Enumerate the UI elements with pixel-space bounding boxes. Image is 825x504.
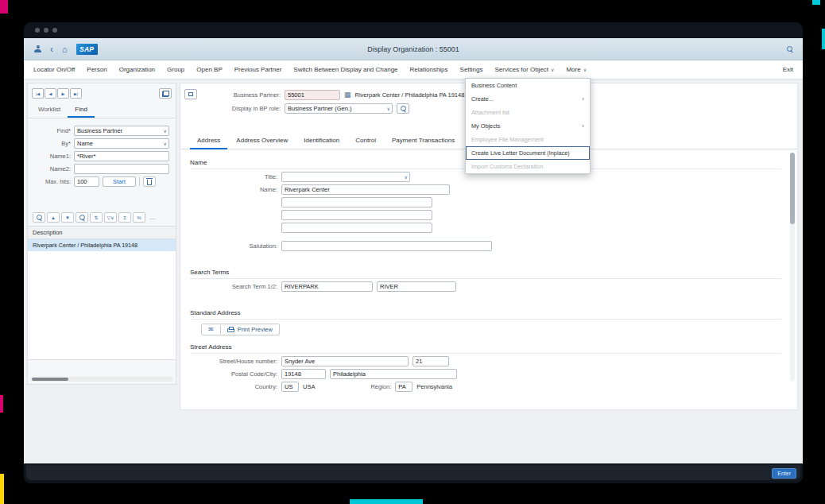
more-icon[interactable]: … [149,214,157,221]
salutation-input[interactable] [281,241,492,251]
results-column-header: Description [28,226,176,239]
previous-record-button[interactable]: ◀ [45,88,56,99]
name2-input[interactable] [74,164,169,174]
clear-button[interactable] [143,176,156,187]
tab-address-overview[interactable]: Address Overview [229,133,295,149]
search-icon [37,215,42,220]
street-input[interactable] [281,356,409,366]
search-term1-input[interactable] [281,281,373,292]
tab-worklist[interactable]: Worklist [31,103,68,118]
home-icon: ⌂ [62,45,68,53]
decoration [822,29,825,49]
country-input[interactable] [281,382,299,392]
address-toolbar: ✉ Print Preview [201,324,280,335]
tab-payment-transactions[interactable]: Payment Transactions [385,133,462,149]
filter-button[interactable]: ▽∨ [104,212,117,223]
name1-input[interactable] [74,151,169,161]
search-term2-input[interactable] [377,281,456,292]
start-button[interactable]: Start [103,176,136,187]
zoom-button[interactable] [33,212,45,223]
tab-address[interactable]: Address [190,133,227,149]
toolbar-item-more[interactable]: More∨ [566,66,587,73]
menu-item-create[interactable]: Create...› [466,92,590,106]
windows-icon [162,91,169,97]
status-bar: Enter [24,463,803,483]
toolbar-item-settings[interactable]: Settings [460,66,483,73]
bp-role-select[interactable]: Business Partner (Gen.)∨ [285,103,393,114]
window-zoom-button[interactable] [52,28,57,33]
home-button[interactable]: ⌂ [62,45,68,53]
sum-button[interactable]: Σ [118,212,131,223]
scrollbar-thumb[interactable] [790,153,795,224]
region-input[interactable] [395,382,412,392]
chevron-down-icon: ∨ [551,67,554,72]
building-icon: ▦ [344,91,351,99]
window-minimize-button[interactable] [44,28,48,33]
user-menu-button[interactable] [34,45,41,52]
detach-panel-button[interactable] [159,88,172,99]
first-record-button[interactable]: |◀ [32,88,44,99]
toolbar-item-relationships[interactable]: Relationships [410,66,448,73]
print-preview-button[interactable]: Print Preview [221,324,279,335]
find-select[interactable]: Business Partner∨ [74,126,169,136]
chevron-down-icon: ∨ [583,67,587,72]
last-record-button[interactable]: ▶| [70,88,82,99]
toolbar-item-services-for-object[interactable]: Services for Object∨ [494,66,554,73]
house-number-input[interactable] [412,356,449,366]
sort-descending-button[interactable]: ▼ [61,212,74,223]
address-tab-content: Name Title: ∨ Name: [180,149,797,392]
address-versions-button[interactable]: ✉ [202,324,220,335]
tab-control[interactable]: Control [348,133,383,149]
toolbar-item-person[interactable]: Person [87,66,107,73]
printer-icon [227,328,234,332]
decoration [812,0,820,5]
toolbar-item-locator-on-off[interactable]: Locator On/Off [33,66,75,73]
tab-find[interactable]: Find [68,103,95,118]
search-button[interactable] [787,46,792,52]
menu-item-my-objects[interactable]: My Objects› [466,119,590,133]
toolbar-item-open-bp[interactable]: Open BP [196,66,222,73]
locator-panel: |◀ ◀ ▶ ▶| Worklist Find Find* Business P… [27,83,176,385]
role-search-button[interactable] [397,103,409,114]
percent-button[interactable]: % [133,212,145,223]
by-select[interactable]: Name∨ [74,138,169,149]
search-icon [787,46,792,52]
results-list: Riverpark Center / Philadelphia PA 19148 [28,239,176,360]
tab-identification[interactable]: Identification [296,133,347,149]
postal-code-input[interactable] [281,369,326,379]
menu-item-business-content[interactable]: Business Content [466,79,590,92]
expand-button[interactable] [184,89,197,99]
menu-item-create-live-letter-document[interactable]: Create Live Letter Document (Inplace) [466,146,590,160]
name-line3-input[interactable] [281,210,432,220]
horizontal-scrollbar[interactable] [30,377,173,382]
toolbar-item-organization[interactable]: Organization [119,66,155,73]
toolbar-item-previous-partner[interactable]: Previous Partner [234,66,282,73]
business-partner-input[interactable] [285,90,340,100]
scrollbar-thumb[interactable] [32,378,68,381]
name1-label: Name1: [34,153,71,160]
name-input[interactable] [281,184,450,195]
toolbar-item-switch-display-change[interactable]: Switch Between Display and Change [293,66,397,73]
swap-button[interactable]: ⇅ [90,212,103,223]
toolbar-item-exit[interactable]: Exit [783,66,793,73]
enter-button[interactable]: Enter [772,468,796,479]
country-name-text: USA [303,383,315,390]
city-input[interactable] [330,369,457,379]
vertical-scrollbar[interactable] [790,153,795,382]
business-partner-label: Business Partner: [209,91,281,99]
search-icon [401,106,406,111]
toolbar-item-group[interactable]: Group [167,66,184,73]
name2-label: Name2: [34,165,71,173]
list-item[interactable]: Riverpark Center / Philadelphia PA 19148 [28,239,176,251]
services-for-object-menu: Business Content Create...› Attachment l… [465,78,591,174]
back-button[interactable]: ‹ [50,45,53,53]
section-title-search-terms: Search Terms [190,266,781,279]
name-line2-input[interactable] [281,197,432,207]
window-close-button[interactable] [35,28,40,33]
name-line4-input[interactable] [281,223,432,233]
sort-ascending-button[interactable]: ▲ [47,212,60,223]
max-hits-input[interactable] [74,176,99,187]
next-record-button[interactable]: ▶ [57,88,69,99]
title-select[interactable]: ∨ [281,172,410,182]
find-in-list-button[interactable] [76,212,88,223]
